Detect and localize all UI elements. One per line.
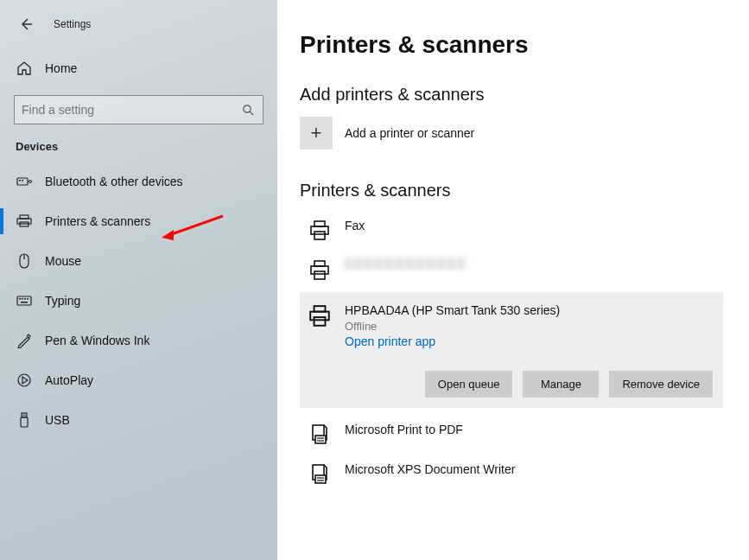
nav-label: Typing [45,294,80,308]
main-content: Printers & scanners Add printers & scann… [277,0,749,560]
sidebar: Settings Home Devices Bluetooth & other … [0,0,277,560]
svg-rect-31 [315,436,326,443]
svg-rect-1 [17,178,28,185]
home-icon [16,60,33,76]
nav-printers[interactable]: Printers & scanners [0,201,277,241]
device-fax[interactable]: Fax [300,213,723,247]
device-ms-print-pdf[interactable]: Microsoft Print to PDF [300,417,723,451]
svg-rect-25 [311,266,328,274]
search-container [14,95,263,124]
title-bar: Settings [0,12,277,36]
svg-rect-35 [315,475,326,483]
arrow-left-icon [19,17,33,31]
document-printer-icon [307,463,333,486]
home-label: Home [45,61,77,75]
svg-rect-3 [22,180,23,181]
search-box[interactable] [14,95,263,124]
nav-usb[interactable]: USB [0,400,277,440]
search-input[interactable] [22,103,240,117]
svg-rect-28 [310,312,329,321]
nav-autoplay[interactable]: AutoPlay [0,360,277,400]
svg-point-4 [29,181,32,183]
svg-rect-21 [314,221,325,226]
nav-label: Printers & scanners [45,214,150,228]
search-icon [240,104,256,116]
open-queue-button[interactable]: Open queue [425,371,513,398]
remove-device-button[interactable]: Remove device [609,371,713,398]
pen-icon [16,333,33,348]
device-ms-xps[interactable]: Microsoft XPS Document Writer [300,456,723,491]
svg-rect-2 [19,180,21,181]
device-list: Fax HPBAAD4A (HP Smart Tank 530 series) … [300,213,723,496]
svg-point-0 [244,105,251,112]
add-printer-label: Add a printer or scanner [345,126,474,140]
app-title: Settings [54,18,91,30]
printer-icon [307,259,333,282]
device-name: Microsoft Print to PDF [345,422,720,439]
autoplay-icon [16,372,33,388]
device-name: Fax [345,218,720,235]
svg-rect-18 [21,417,28,427]
category-label: Devices [0,140,277,153]
plus-icon: + [300,117,333,150]
device-name: HPBAAD4A (HP Smart Tank 530 series) [345,302,714,320]
bluetooth-icon [16,175,33,188]
svg-rect-14 [27,298,29,300]
home-nav[interactable]: Home [0,54,277,83]
printer-icon [16,214,33,228]
svg-rect-5 [20,215,29,219]
add-printer-row[interactable]: + Add a printer or scanner [300,117,723,150]
mouse-icon [16,253,33,269]
device-name: Microsoft XPS Document Writer [345,461,720,479]
svg-rect-13 [24,298,26,300]
svg-rect-15 [21,302,28,303]
svg-rect-10 [17,296,31,305]
svg-rect-26 [314,271,325,279]
svg-rect-12 [22,298,23,300]
svg-rect-23 [314,232,325,239]
nav-mouse[interactable]: Mouse [0,241,277,281]
svg-rect-19 [23,415,24,417]
device-status: Offline [345,320,714,333]
svg-rect-27 [314,306,326,311]
svg-rect-11 [19,298,21,300]
nav-bluetooth[interactable]: Bluetooth & other devices [0,162,277,201]
svg-rect-17 [22,413,27,417]
page-title: Printers & scanners [300,31,723,59]
device-redacted[interactable] [300,252,723,287]
svg-rect-24 [314,261,325,266]
svg-rect-22 [311,226,328,234]
back-button[interactable] [16,14,36,35]
svg-rect-20 [25,415,26,417]
nav-label: Pen & Windows Ink [45,334,149,347]
device-actions: Open queue Manage Remove device [345,371,714,398]
nav-label: AutoPlay [45,373,93,387]
usb-icon [16,412,33,428]
nav-typing[interactable]: Typing [0,281,277,321]
section-add-title: Add printers & scanners [300,85,723,105]
section-list-title: Printers & scanners [300,181,723,200]
printer-icon [307,304,333,328]
device-name-redacted [345,258,466,270]
nav-pen[interactable]: Pen & Windows Ink [0,321,277,360]
device-hp-selected[interactable]: HPBAAD4A (HP Smart Tank 530 series) Offl… [300,292,723,408]
nav-label: USB [45,413,70,427]
keyboard-icon [16,296,33,306]
manage-button[interactable]: Manage [523,371,599,398]
nav-list: Bluetooth & other devices Printers & sca… [0,162,277,440]
nav-label: Bluetooth & other devices [45,175,183,188]
nav-label: Mouse [45,254,81,268]
document-printer-icon [307,423,333,446]
printer-icon [307,220,333,242]
open-printer-app-link[interactable]: Open printer app [345,334,714,348]
svg-rect-29 [314,317,326,326]
